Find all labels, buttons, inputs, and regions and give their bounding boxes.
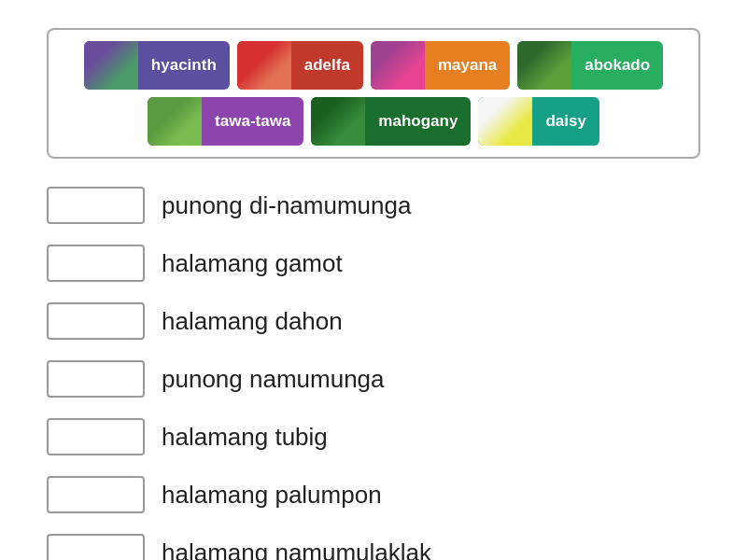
quiz-label-row1: punong di-namumunga <box>162 191 411 220</box>
quiz-label-row4: punong namumunga <box>162 365 385 394</box>
quiz-section: punong di-namumungahalamang gamothalaman… <box>47 187 700 560</box>
chip-img-hyacinth <box>84 41 138 90</box>
chip-label-mayana: mayana <box>425 56 510 75</box>
quiz-row-row4: punong namumunga <box>47 360 700 398</box>
drop-box-row1[interactable] <box>47 187 145 224</box>
chip-label-daisy: daisy <box>532 112 599 131</box>
chip-daisy[interactable]: daisy <box>478 97 599 146</box>
chip-img-tawa-tawa <box>148 97 202 146</box>
drop-box-row2[interactable] <box>47 245 145 282</box>
quiz-row-row5: halamang tubig <box>47 418 700 455</box>
quiz-row-row6: halamang palumpon <box>47 476 700 513</box>
chip-img-adelfa <box>237 41 291 90</box>
chip-tawa-tawa[interactable]: tawa-tawa <box>148 97 303 146</box>
chip-label-tawa-tawa: tawa-tawa <box>202 112 303 131</box>
drop-box-row4[interactable] <box>47 360 145 398</box>
chip-img-mahogany <box>311 97 365 146</box>
drop-box-row7[interactable] <box>47 534 145 560</box>
drop-box-row6[interactable] <box>47 476 145 513</box>
chip-label-adelfa: adelfa <box>291 56 363 75</box>
quiz-row-row3: halamang dahon <box>47 302 700 340</box>
quiz-label-row7: halamang namumulaklak <box>162 539 431 561</box>
chip-label-mahogany: mahogany <box>365 112 471 131</box>
quiz-row-row2: halamang gamot <box>47 245 700 282</box>
chip-label-hyacinth: hyacinth <box>138 56 230 75</box>
chip-mahogany[interactable]: mahogany <box>311 97 471 146</box>
quiz-row-row1: punong di-namumunga <box>47 187 700 224</box>
chip-mayana[interactable]: mayana <box>371 41 510 90</box>
drop-box-row5[interactable] <box>47 418 145 455</box>
chip-label-abokado: abokado <box>571 56 663 75</box>
chip-hyacinth[interactable]: hyacinth <box>84 41 230 90</box>
chip-img-abokado <box>517 41 571 90</box>
chip-abokado[interactable]: abokado <box>517 41 663 90</box>
chip-img-daisy <box>478 97 532 146</box>
drop-box-row3[interactable] <box>47 302 145 340</box>
quiz-label-row6: halamang palumpon <box>162 481 382 510</box>
quiz-label-row3: halamang dahon <box>162 307 343 336</box>
quiz-row-row7: halamang namumulaklak <box>47 534 700 560</box>
quiz-label-row2: halamang gamot <box>162 249 343 278</box>
quiz-label-row5: halamang tubig <box>162 423 328 452</box>
chip-adelfa[interactable]: adelfa <box>237 41 363 90</box>
options-bank: hyacinthadelfamayanaabokadotawa-tawamaho… <box>47 28 700 159</box>
chip-img-mayana <box>371 41 425 90</box>
